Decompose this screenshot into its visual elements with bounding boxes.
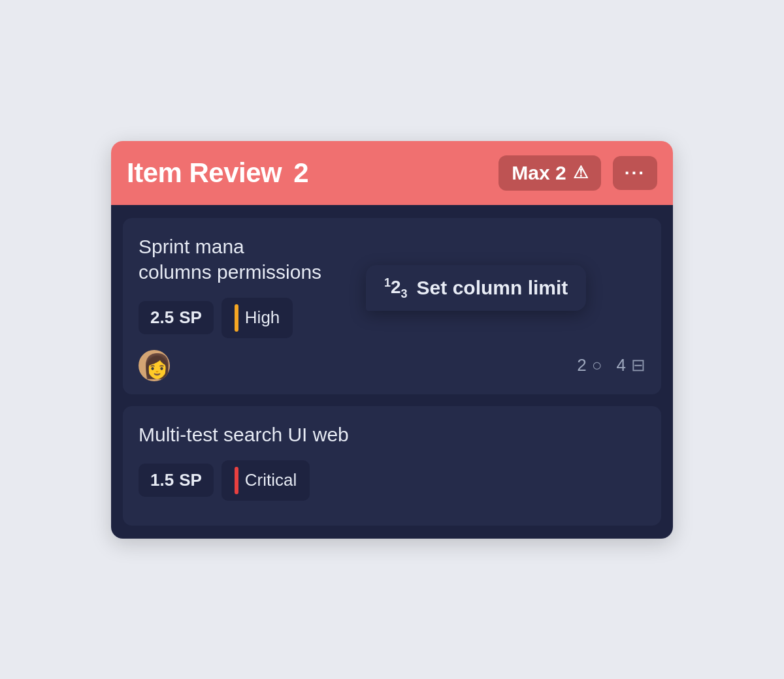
subtask-icon: ⊟ xyxy=(631,355,645,375)
card-1-meta: 2 ○ 4 ⊟ xyxy=(577,355,645,375)
column-body: Sprint mana columns permissions 2.5 SP H… xyxy=(111,205,673,539)
card-2-title: Multi-test search UI web xyxy=(139,422,645,447)
priority-badge-high: High xyxy=(221,298,293,338)
comment-icon: ○ xyxy=(592,355,602,375)
card-2[interactable]: Multi-test search UI web 1.5 SP Critical xyxy=(123,406,661,526)
max-label: Max 2 xyxy=(512,162,566,184)
priority-indicator-critical xyxy=(235,467,238,494)
warning-icon: ⚠ xyxy=(573,163,588,183)
priority-badge-critical: Critical xyxy=(221,460,310,501)
set-column-limit-tooltip[interactable]: 123 Set column limit xyxy=(366,265,586,311)
sp-badge: 2.5 SP xyxy=(139,301,214,334)
more-options-button[interactable]: ··· xyxy=(613,156,657,190)
number-icon: 123 xyxy=(384,277,408,300)
card-1-footer: 2 ○ 4 ⊟ xyxy=(139,350,645,381)
column-title: Item Review xyxy=(127,157,282,189)
subtasks-count: 4 ⊟ xyxy=(617,355,645,375)
sp-badge-2: 1.5 SP xyxy=(139,464,214,497)
max-badge[interactable]: Max 2 ⚠ xyxy=(498,155,600,191)
card-2-tags: 1.5 SP Critical xyxy=(139,460,645,501)
avatar xyxy=(139,350,170,381)
column-count: 2 xyxy=(293,157,308,189)
tooltip-text: Set column limit xyxy=(417,277,568,299)
column-header: Item Review 2 Max 2 ⚠ ··· xyxy=(111,141,673,205)
board-column: 123 Set column limit Item Review 2 Max 2… xyxy=(111,141,673,539)
priority-indicator xyxy=(235,304,238,332)
comments-count: 2 ○ xyxy=(577,355,602,375)
